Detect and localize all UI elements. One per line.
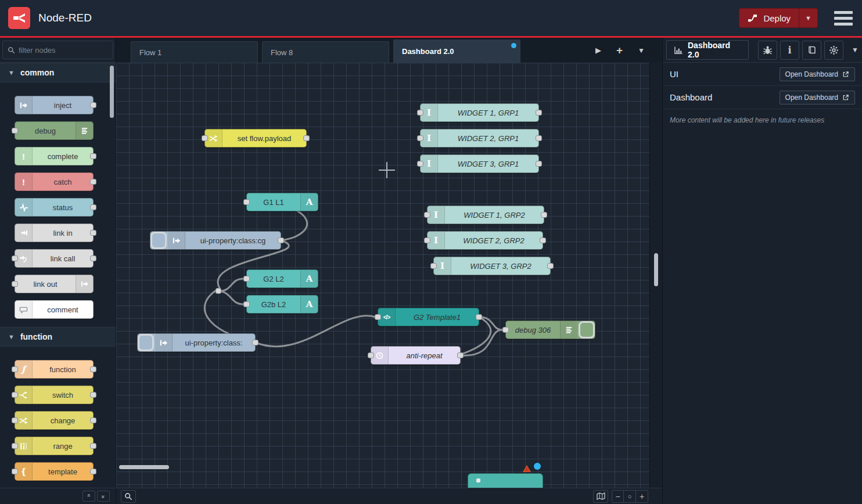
output-port[interactable] [536,161,542,167]
input-port[interactable] [12,281,18,287]
input-port[interactable] [430,263,437,269]
zoom-in-button[interactable]: + [636,490,648,503]
output-port[interactable] [536,135,542,141]
open-dashboard-button[interactable]: Open Dashboard [780,67,855,81]
input-port[interactable] [417,161,423,167]
input-port[interactable] [12,417,18,423]
debug-toggle-button[interactable] [579,321,595,339]
deploy-button[interactable]: Deploy ▼ [739,8,818,28]
input-port[interactable] [243,199,250,205]
canvas-search-button[interactable] [121,490,136,503]
palette-node-link-out[interactable]: link out [15,275,94,293]
flow-tab-flow-8[interactable]: Flow 8 [262,41,389,63]
filter-nodes-input[interactable] [19,46,106,55]
inject-trigger-button[interactable] [138,334,154,351]
sidebar-tabs-caret[interactable]: ▼ [852,46,859,54]
palette-node-comment[interactable]: comment [15,300,94,319]
flow-node-clipped[interactable] [468,473,543,488]
flow-node-anti-repeat[interactable]: anti-repeat [371,346,461,365]
palette-node-link-call[interactable]: link call [15,249,94,268]
wire[interactable] [218,291,243,304]
output-port[interactable] [90,153,96,159]
canvas-vertical-scrollbar[interactable] [654,253,658,286]
input-port[interactable] [368,352,374,358]
flow-node-widget-3-grp2[interactable]: IWIDGET 3, GRP2 [433,257,551,275]
wire[interactable] [479,317,502,330]
add-flow-button[interactable]: + [616,44,623,57]
input-port[interactable] [424,212,430,218]
output-port[interactable] [303,135,310,141]
palette-node-change[interactable]: change [15,411,94,430]
deploy-options-caret[interactable]: ▼ [799,9,817,27]
palette-node-catch[interactable]: !catch [15,172,94,191]
collapse-all-categories-button[interactable]: » [82,491,95,502]
output-port[interactable] [90,469,96,474]
output-port[interactable] [541,212,547,218]
palette-node-complete[interactable]: !complete [15,147,94,165]
input-port[interactable] [12,392,18,398]
flow-node-widget-2-grp2[interactable]: IWIDGET 2, GRP2 [427,231,543,250]
canvas-horizontal-scrollbar[interactable] [119,465,169,469]
wire-junction[interactable] [216,288,221,294]
flow-node-g1-l1[interactable]: G1 L1A [246,193,318,211]
output-port[interactable] [457,352,464,358]
navigator-map-button[interactable] [593,490,608,503]
flow-node-ui-property-class-cg[interactable]: ui-property:class:cg [150,231,281,250]
output-port[interactable] [90,179,96,185]
input-port[interactable] [12,469,18,474]
palette-node-link-in[interactable]: link in [15,224,94,242]
flow-node-g2b-l2[interactable]: G2b L2A [246,295,318,314]
palette-node-function[interactable]: ƒfunction [15,360,94,379]
output-port[interactable] [90,366,96,372]
info-button[interactable]: i [780,41,799,60]
inject-trigger-button[interactable] [150,232,167,249]
gear-button[interactable] [824,41,843,60]
flow-node-set-flow-payload[interactable]: set flow.payload [204,129,307,147]
flow-list-caret[interactable]: ▼ [638,46,645,55]
input-port[interactable] [243,276,250,282]
input-port[interactable] [202,135,208,141]
flow-node-widget-1-grp2[interactable]: IWIDGET 1, GRP2 [427,206,544,224]
category-header-common[interactable]: ▼common [0,63,116,82]
output-port[interactable] [278,237,284,243]
output-port[interactable] [476,314,482,320]
output-port[interactable] [547,263,554,269]
wire[interactable] [218,279,243,291]
flow-node-widget-3-grp1[interactable]: IWIDGET 3, GRP1 [420,154,539,173]
output-port[interactable] [252,340,258,345]
palette-node-template[interactable]: {template [15,462,94,481]
input-port[interactable] [417,110,423,116]
input-port[interactable] [243,301,250,307]
input-port[interactable] [12,255,18,261]
output-port[interactable] [90,417,96,423]
output-port[interactable] [90,102,96,108]
main-menu-button[interactable] [833,9,854,28]
output-port[interactable] [90,204,96,210]
input-port[interactable] [12,128,18,134]
flow-node-g2-template1[interactable]: </>G2 Template1 [378,308,479,326]
input-port[interactable] [12,443,18,449]
sidebar-tab-dashboard[interactable]: Dashboard 2.0 [666,40,749,60]
output-port[interactable] [90,255,96,261]
output-port[interactable] [536,110,542,116]
palette-scrollbar[interactable] [110,66,114,118]
output-port[interactable] [540,237,546,243]
book-button[interactable] [802,41,821,60]
flow-node-widget-1-grp1[interactable]: IWIDGET 1, GRP1 [420,103,539,122]
output-port[interactable] [90,443,96,449]
flow-tab-flow-1[interactable]: Flow 1 [131,41,258,63]
input-port[interactable] [502,327,509,333]
output-port[interactable] [90,392,96,398]
output-port[interactable] [90,230,96,236]
flow-node-widget-2-grp1[interactable]: IWIDGET 2, GRP1 [420,129,539,147]
category-header-function[interactable]: ▼function [0,327,116,347]
input-port[interactable] [12,366,18,372]
run-flows-button[interactable]: ▶ [595,46,601,55]
palette-node-status[interactable]: status [15,198,94,217]
wire[interactable] [461,330,502,355]
palette-node-debug[interactable]: debug [15,121,94,140]
zoom-out-button[interactable]: − [612,490,624,503]
zoom-reset-button[interactable]: ○ [624,490,636,503]
flow-node-ui-property-class[interactable]: ui-property:class: [137,333,256,352]
open-dashboard-button[interactable]: Open Dashboard [780,91,855,105]
